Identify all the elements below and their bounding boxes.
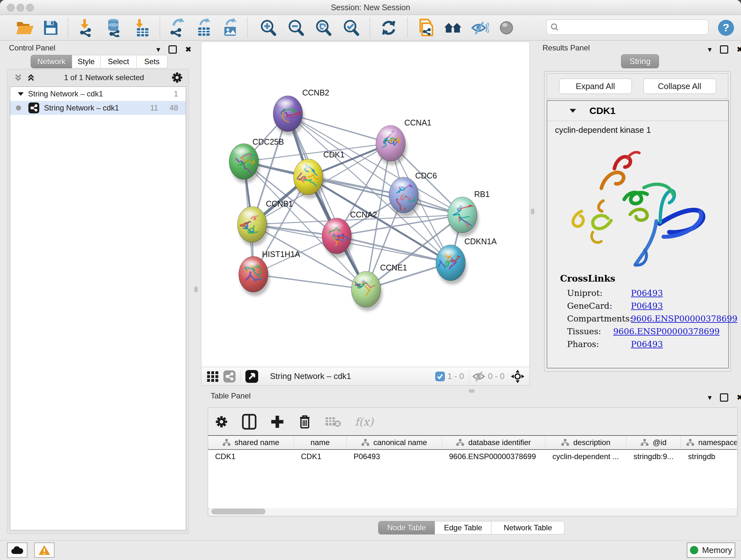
node-HIST1H1A[interactable] — [239, 256, 270, 296]
import-network-from-database-icon[interactable] — [103, 18, 125, 37]
table-row[interactable]: CDK1CDK1P064939606.ENSP00000378699cyclin… — [208, 450, 737, 463]
table-cell[interactable]: stringdb:9... — [626, 450, 681, 463]
network-collection-row[interactable]: String Network – cdk1 1 — [10, 87, 186, 101]
hide-details-icon[interactable] — [468, 18, 491, 37]
node-CCNA1[interactable] — [376, 125, 407, 165]
network-status-dot-icon — [16, 105, 21, 111]
crosslink-link[interactable]: P06493 — [631, 301, 663, 311]
select-columns-icon[interactable] — [242, 414, 257, 430]
column-header-@id[interactable]: @id — [626, 436, 681, 449]
network-options-gear-icon[interactable] — [171, 71, 184, 84]
float-panel-icon[interactable] — [720, 45, 728, 54]
node-CCNA2[interactable] — [322, 218, 353, 258]
tab-string[interactable]: String — [621, 54, 659, 68]
collection-label: String Network – cdk1 — [28, 89, 174, 98]
splitter-handle[interactable] — [531, 208, 535, 214]
network-view-canvas[interactable]: CCNB2CCNA1CDC25BCDK1CDC6RB1CCNB1CCNA2CDK… — [201, 42, 530, 367]
node-RB1[interactable] — [448, 197, 479, 237]
home-networks-icon[interactable] — [442, 18, 464, 37]
node-CDK1[interactable] — [293, 159, 325, 199]
crosslink-link[interactable]: 9606.ENSP00000378699 — [631, 314, 737, 323]
save-session-icon[interactable] — [40, 18, 62, 37]
network-row[interactable]: String Network – cdk1 11 48 — [10, 101, 186, 115]
collapse-gene-icon[interactable] — [569, 108, 577, 114]
selected-nodes-checkbox-icon[interactable] — [435, 372, 445, 381]
network-share-badge-icon[interactable] — [223, 370, 236, 383]
float-panel-icon[interactable] — [720, 393, 728, 401]
crosslink-link[interactable]: 9606.ENSP00000378699 — [613, 327, 720, 336]
node-CCNB2[interactable] — [273, 96, 304, 135]
close-panel-icon[interactable]: ✖ — [737, 46, 741, 53]
export-network-icon[interactable] — [166, 18, 188, 37]
collection-expand-icon[interactable] — [17, 91, 24, 97]
node-CDKN1A[interactable] — [436, 245, 467, 285]
splitter-handle[interactable] — [194, 286, 198, 293]
column-header-name[interactable]: name — [294, 436, 347, 449]
clone-network-icon[interactable] — [415, 18, 437, 37]
column-header-label: database identifier — [468, 438, 531, 447]
node-CDC25B[interactable] — [229, 144, 266, 183]
crosslink-link[interactable]: P06493 — [631, 288, 663, 298]
column-header-description[interactable]: description — [545, 436, 626, 449]
expand-all-button[interactable]: Expand All — [559, 78, 632, 94]
tab-select[interactable]: Select — [100, 55, 137, 68]
gene-header[interactable]: CDK1 — [547, 101, 728, 121]
column-header-shared-name[interactable]: shared name — [208, 436, 294, 449]
table-cell[interactable]: stringdb — [681, 450, 737, 463]
warnings-button[interactable] — [34, 543, 55, 558]
memory-button[interactable]: Memory — [687, 543, 735, 558]
table-header-row: shared namenamecanonical namedatabase id… — [208, 436, 737, 450]
tab-edge-table[interactable]: Edge Table — [434, 521, 491, 535]
import-table-icon[interactable] — [131, 18, 153, 37]
zoom-selected-icon[interactable] — [340, 18, 362, 37]
refresh-icon[interactable] — [378, 18, 400, 37]
close-panel-icon[interactable]: ✖ — [737, 394, 741, 401]
zoom-in-icon[interactable] — [257, 18, 280, 37]
edge-CCNA2-CDKN1A[interactable] — [337, 236, 451, 263]
tab-network-table[interactable]: Network Table — [491, 521, 564, 535]
delete-column-icon[interactable] — [298, 414, 312, 430]
panel-menu-icon[interactable]: ▾ — [708, 394, 712, 401]
expand-all-tree-icon[interactable] — [26, 73, 37, 82]
panel-menu-icon[interactable]: ▾ — [156, 46, 160, 53]
zoom-out-icon[interactable] — [285, 18, 307, 37]
column-header-namespace[interactable]: namespace — [681, 436, 737, 449]
table-cell[interactable]: cyclin-dependent ... — [545, 450, 626, 463]
table-cell[interactable]: CDK1 — [294, 450, 347, 463]
open-file-icon[interactable] — [14, 18, 36, 37]
close-panel-icon[interactable]: ✖ — [185, 46, 192, 53]
table-cell[interactable]: CDK1 — [208, 450, 294, 463]
tab-node-table[interactable]: Node Table — [378, 521, 435, 535]
node-CCNE1[interactable] — [351, 271, 382, 311]
table-cell[interactable]: P06493 — [347, 450, 442, 463]
search-input[interactable] — [559, 21, 708, 33]
panel-menu-icon[interactable]: ▾ — [708, 46, 712, 53]
edge-CCNB2-CCNE1[interactable] — [288, 114, 366, 289]
collapse-all-tree-icon[interactable] — [14, 73, 24, 82]
hidden-eye-slash-icon[interactable] — [472, 371, 485, 382]
float-panel-icon[interactable] — [169, 45, 177, 54]
birds-eye-grid-icon[interactable] — [206, 370, 219, 383]
tab-network[interactable]: Network — [30, 55, 72, 68]
edge-HIST1H1A-CCNE1[interactable] — [253, 274, 366, 289]
open-in-window-icon[interactable] — [245, 370, 259, 383]
table-options-gear-icon[interactable] — [214, 415, 228, 429]
export-image-icon[interactable] — [219, 18, 241, 37]
help-icon[interactable]: ? — [715, 18, 737, 37]
column-header-canonical-name[interactable]: canonical name — [347, 436, 442, 449]
node-CCNB1[interactable] — [238, 206, 268, 246]
scrollbar-thumb[interactable] — [211, 509, 266, 514]
tab-style[interactable]: Style — [72, 55, 100, 68]
show-graphics-details-icon[interactable] — [495, 18, 518, 37]
zoom-fit-icon[interactable] — [313, 18, 335, 37]
cloud-status-button[interactable] — [7, 543, 27, 558]
pan-crosshair-icon[interactable] — [510, 369, 525, 384]
crosslink-link[interactable]: P06493 — [631, 339, 663, 349]
table-cell[interactable]: 9606.ENSP00000378699 — [442, 450, 545, 463]
import-network-icon[interactable] — [76, 18, 98, 37]
column-header-database-identifier[interactable]: database identifier — [442, 436, 545, 449]
tab-sets[interactable]: Sets — [136, 55, 167, 68]
export-table-icon[interactable] — [193, 18, 215, 37]
collapse-all-button[interactable]: Collapse All — [643, 78, 716, 94]
add-column-icon[interactable] — [270, 415, 285, 429]
